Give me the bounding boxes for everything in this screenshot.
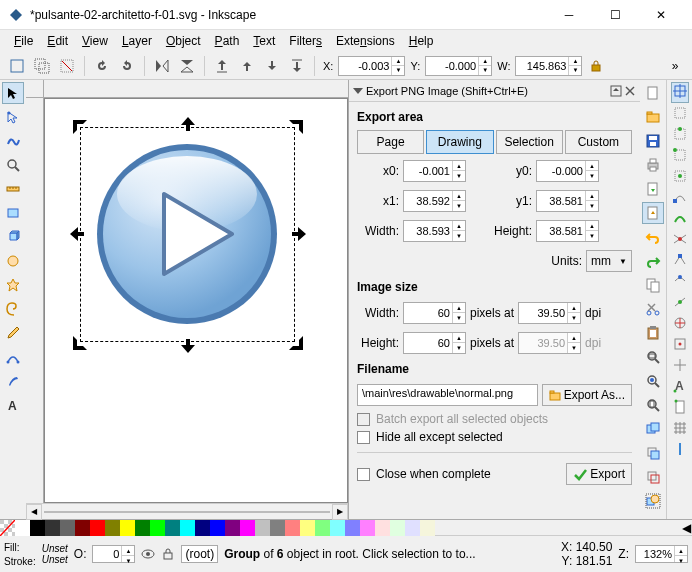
color-swatch[interactable] [420,520,435,536]
tweak-tool-icon[interactable] [2,130,24,152]
selection-handle-sw[interactable] [73,336,87,350]
color-swatch[interactable] [60,520,75,536]
menu-text[interactable]: Text [247,32,281,50]
tab-drawing[interactable]: Drawing [426,130,493,154]
duplicate-icon[interactable] [642,418,664,440]
x1-input[interactable]: ▲▼ [403,190,466,212]
export-as-button[interactable]: Export As... [542,384,632,406]
close-when-complete-checkbox[interactable]: Close when complete [357,467,491,481]
color-swatch[interactable] [360,520,375,536]
selection-handle-e[interactable] [292,227,306,241]
ruler-horizontal[interactable] [44,80,348,98]
canvas[interactable] [44,98,348,503]
swatch-none[interactable] [0,520,15,536]
layer-lock-icon[interactable] [161,547,175,561]
selection-handle-w[interactable] [70,227,84,241]
maximize-button[interactable]: ☐ [592,0,638,30]
rotate-cw-icon[interactable] [116,55,138,77]
undo-icon[interactable] [642,226,664,248]
dpi-height-input[interactable]: ▲▼ [518,332,581,354]
x0-input[interactable]: ▲▼ [403,160,466,182]
save-doc-icon[interactable] [642,130,664,152]
raise-icon[interactable] [236,55,258,77]
ruler-vertical[interactable] [26,98,44,503]
color-swatch[interactable] [135,520,150,536]
snap-text-icon[interactable]: A [672,378,688,397]
open-doc-icon[interactable] [642,106,664,128]
color-swatch[interactable] [210,520,225,536]
zoom-input[interactable]: ▲▼ [635,545,688,563]
menu-help[interactable]: Help [403,32,440,50]
text-tool-icon[interactable]: A [2,394,24,416]
snap-grid-icon[interactable] [672,420,688,439]
panel-undock-icon[interactable] [610,85,622,97]
group-icon[interactable] [642,490,664,512]
unlink-clone-icon[interactable] [642,466,664,488]
snap-page-icon[interactable] [672,399,688,418]
stroke-value[interactable]: Unset [42,554,68,565]
redo-icon[interactable] [642,250,664,272]
layer-select[interactable]: (root) [181,545,218,563]
y1-input[interactable]: ▲▼ [536,190,599,212]
snap-enable-icon[interactable] [671,82,689,103]
menu-path[interactable]: Path [209,32,246,50]
snap-bbox-corner-icon[interactable] [672,147,688,166]
hide-all-checkbox[interactable]: Hide all except selected [357,430,632,444]
color-swatch[interactable] [75,520,90,536]
new-doc-icon[interactable] [642,82,664,104]
scroll-left-icon[interactable]: ◀ [26,504,42,520]
export-button[interactable]: Export [566,463,632,485]
img-height-input[interactable]: ▲▼ [403,332,466,354]
panel-close-icon[interactable] [624,85,636,97]
menu-object[interactable]: Object [160,32,207,50]
color-swatch[interactable] [165,520,180,536]
snap-center-icon[interactable] [672,336,688,355]
menu-filters[interactable]: Filters [283,32,328,50]
scrollbar-horizontal[interactable]: ◀ ▶ [26,503,348,519]
selection-handle-s[interactable] [181,339,195,353]
color-swatch[interactable] [330,520,345,536]
color-swatch[interactable] [195,520,210,536]
menu-file[interactable]: File [8,32,39,50]
snap-bbox-midpoint-icon[interactable] [672,168,688,187]
fill-value[interactable]: Unset [42,543,68,554]
zoom-tool-icon[interactable] [2,154,24,176]
star-tool-icon[interactable] [2,274,24,296]
node-tool-icon[interactable] [2,106,24,128]
color-swatch[interactable] [45,520,60,536]
snap-node-icon[interactable] [672,189,688,208]
tab-selection[interactable]: Selection [496,130,563,154]
w-input[interactable]: ▲▼ [515,56,582,76]
snap-guide-icon[interactable] [672,441,688,460]
zoom-fit-icon[interactable] [642,346,664,368]
color-swatch[interactable] [180,520,195,536]
deselect-icon[interactable] [56,55,78,77]
minimize-button[interactable]: ─ [546,0,592,30]
calligraphy-tool-icon[interactable] [2,370,24,392]
color-swatch[interactable] [240,520,255,536]
copy-icon[interactable] [642,274,664,296]
export-icon[interactable] [642,202,664,224]
img-width-input[interactable]: ▲▼ [403,302,466,324]
select-all-icon[interactable] [6,55,28,77]
menu-layer[interactable]: Layer [116,32,158,50]
color-swatch[interactable] [270,520,285,536]
scroll-right-icon[interactable]: ▶ [332,504,348,520]
snap-other-icon[interactable] [672,315,688,334]
flip-v-icon[interactable] [176,55,198,77]
zoom-page-icon[interactable] [642,394,664,416]
bezier-tool-icon[interactable] [2,346,24,368]
selection-handle-nw[interactable] [73,120,87,134]
snap-bbox-edge-icon[interactable] [672,126,688,145]
paste-icon[interactable] [642,322,664,344]
lower-icon[interactable] [261,55,283,77]
snap-line-midpoint-icon[interactable] [672,294,688,313]
circle-tool-icon[interactable] [2,250,24,272]
tab-page[interactable]: Page [357,130,424,154]
area-height-input[interactable]: ▲▼ [536,220,599,242]
color-swatch[interactable] [150,520,165,536]
flip-h-icon[interactable] [151,55,173,77]
color-swatch[interactable] [225,520,240,536]
color-swatch[interactable] [345,520,360,536]
dpi-width-input[interactable]: ▲▼ [518,302,581,324]
